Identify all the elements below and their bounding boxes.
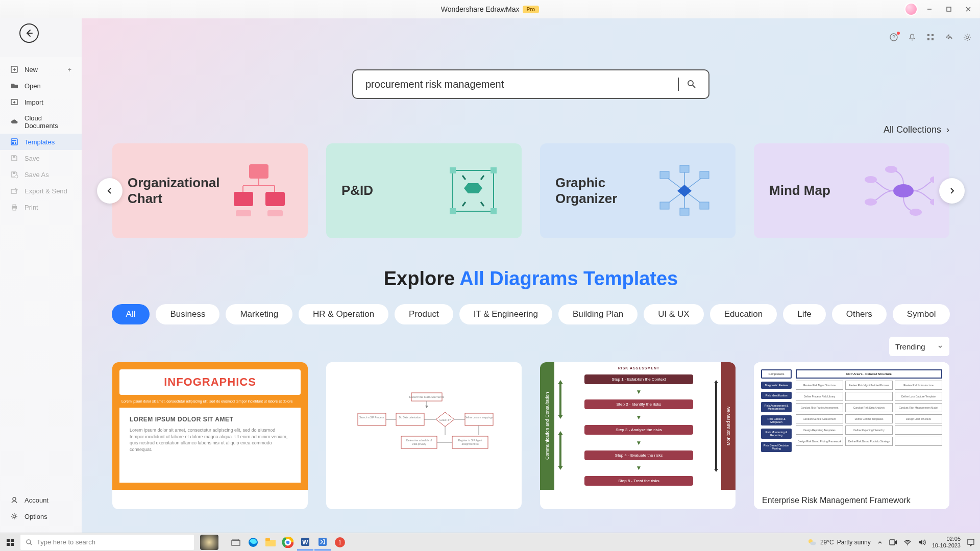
- svg-rect-32: [249, 164, 268, 179]
- svg-rect-49: [700, 202, 709, 209]
- wifi-icon[interactable]: [903, 539, 912, 546]
- folder-icon: [10, 82, 18, 90]
- help-icon[interactable]: ?: [889, 33, 898, 42]
- share-icon[interactable]: [944, 33, 953, 42]
- svg-text:W: W: [302, 539, 308, 546]
- edrawmax-icon[interactable]: [314, 534, 331, 550]
- category-card-organizational-chart[interactable]: OrganizationalChart: [112, 143, 308, 238]
- svg-line-31: [693, 85, 695, 88]
- edge-icon[interactable]: [245, 534, 261, 550]
- save-icon: [10, 154, 18, 162]
- sidebar-item-label: New: [24, 66, 38, 73]
- svg-text:Good Fit?: Good Fit?: [439, 418, 451, 421]
- volume-icon[interactable]: [918, 539, 926, 546]
- plus-icon[interactable]: +: [67, 66, 71, 73]
- action-center-icon[interactable]: [967, 538, 975, 546]
- clock[interactable]: 02:05 10-10-2023: [932, 536, 961, 548]
- sidebar-item-open[interactable]: Open: [0, 78, 82, 94]
- sidebar-item-new[interactable]: New+: [0, 61, 82, 78]
- filter-chip-ui-ux[interactable]: UI & UX: [644, 304, 703, 324]
- gear-icon: [10, 512, 18, 520]
- svg-rect-40: [267, 210, 283, 216]
- svg-rect-50: [680, 165, 689, 172]
- category-prev[interactable]: [97, 178, 122, 204]
- svg-rect-84: [7, 543, 10, 546]
- weather-widget[interactable]: 29°C Partly sunny: [807, 537, 871, 547]
- title-bar: Wondershare EdrawMax Pro: [0, 0, 980, 18]
- svg-text:assignment list: assignment list: [461, 442, 479, 445]
- word-icon[interactable]: W: [297, 534, 313, 550]
- category-title: OrganizationalChart: [128, 175, 221, 207]
- sidebar-item-import[interactable]: Import: [0, 94, 82, 110]
- explorer-icon[interactable]: [262, 534, 279, 550]
- sort-dropdown[interactable]: Trending: [889, 337, 949, 356]
- avatar[interactable]: [904, 3, 918, 16]
- sidebar-item-templates[interactable]: Templates: [0, 134, 82, 150]
- close-button[interactable]: [961, 2, 976, 17]
- search-icon[interactable]: [687, 80, 696, 89]
- print-icon: [10, 203, 18, 211]
- settings-icon[interactable]: [963, 33, 972, 42]
- all-collections-link[interactable]: All Collections ›: [884, 124, 949, 135]
- filter-chip-it-engineering[interactable]: IT & Engineering: [459, 304, 552, 324]
- back-button[interactable]: [19, 23, 39, 43]
- chrome-icon[interactable]: [280, 534, 296, 550]
- template-card[interactable]: INFOGRAPHICS Lorem ipsum dolor sit amet,…: [112, 362, 308, 509]
- taskbar-search[interactable]: Type here to search: [20, 535, 194, 550]
- sidebar-item-print: Print: [0, 199, 82, 215]
- sidebar-item-options[interactable]: Options: [0, 508, 82, 524]
- category-card-p-id[interactable]: P&ID: [326, 143, 522, 238]
- main-content: All Collections › OrganizationalChartP&I…: [82, 18, 980, 533]
- cortana-icon[interactable]: [200, 535, 218, 550]
- sidebar-item-account[interactable]: Account: [0, 492, 82, 508]
- category-card-graphic-organizer[interactable]: GraphicOrganizer: [540, 143, 736, 238]
- svg-point-11: [966, 36, 969, 39]
- category-row: OrganizationalChartP&IDGraphicOrganizerM…: [82, 143, 980, 238]
- template-card[interactable]: Determine Data Elements Search a SIF Pro…: [326, 362, 522, 509]
- filter-chip-symbol[interactable]: Symbol: [893, 304, 950, 324]
- svg-text:Data privacy: Data privacy: [412, 442, 426, 445]
- save-as-icon: [10, 170, 18, 179]
- filter-chip-hr-operation[interactable]: HR & Operation: [299, 304, 388, 324]
- sidebar-item-label: Export & Send: [24, 187, 67, 195]
- category-card-mind-map[interactable]: Mind Map: [754, 143, 949, 238]
- svg-point-54: [865, 198, 877, 206]
- export-icon: [10, 187, 18, 195]
- notif-badge-icon[interactable]: 1: [332, 534, 348, 550]
- cloud-icon: [10, 118, 18, 126]
- svg-rect-65: [396, 413, 424, 425]
- filter-chip-marketing[interactable]: Marketing: [226, 304, 292, 324]
- apps-icon[interactable]: [926, 33, 935, 42]
- filter-chip-others[interactable]: Others: [832, 304, 887, 324]
- svg-rect-83: [11, 539, 14, 542]
- category-illustration: [863, 158, 934, 224]
- filter-chip-building-plan[interactable]: Building Plan: [558, 304, 638, 324]
- search-input[interactable]: [365, 79, 678, 90]
- filter-chip-product[interactable]: Product: [395, 304, 453, 324]
- svg-point-28: [13, 497, 16, 500]
- filter-chip-all[interactable]: All: [112, 304, 150, 324]
- filter-chip-business[interactable]: Business: [156, 304, 219, 324]
- tray-chevron-icon[interactable]: [877, 539, 883, 545]
- filter-chip-education[interactable]: Education: [710, 304, 777, 324]
- bell-icon[interactable]: [908, 33, 917, 42]
- sidebar: New+OpenImportCloud DocumentsTemplatesSa…: [0, 57, 82, 533]
- minimize-button[interactable]: [922, 2, 937, 17]
- sidebar-item-cloud-documents[interactable]: Cloud Documents: [0, 110, 82, 134]
- task-view-icon[interactable]: [228, 534, 244, 550]
- category-title: GraphicOrganizer: [555, 175, 649, 207]
- filter-chip-life[interactable]: Life: [783, 304, 825, 324]
- sidebar-item-label: Templates: [24, 138, 55, 146]
- plus-square-icon: [10, 65, 18, 73]
- meet-now-icon[interactable]: [889, 539, 897, 546]
- svg-rect-89: [233, 539, 239, 540]
- svg-rect-17: [11, 139, 17, 145]
- maximize-button[interactable]: [941, 2, 957, 17]
- svg-rect-27: [13, 208, 16, 210]
- start-button[interactable]: [0, 533, 20, 552]
- template-card[interactable]: ComponentsDiagnostic ReviewRisk Identifi…: [754, 362, 949, 509]
- svg-rect-18: [12, 140, 16, 141]
- top-toolbar: ?: [889, 33, 972, 42]
- category-next[interactable]: [939, 178, 965, 204]
- template-card[interactable]: Communication and Consultation RISK ASSE…: [540, 362, 736, 509]
